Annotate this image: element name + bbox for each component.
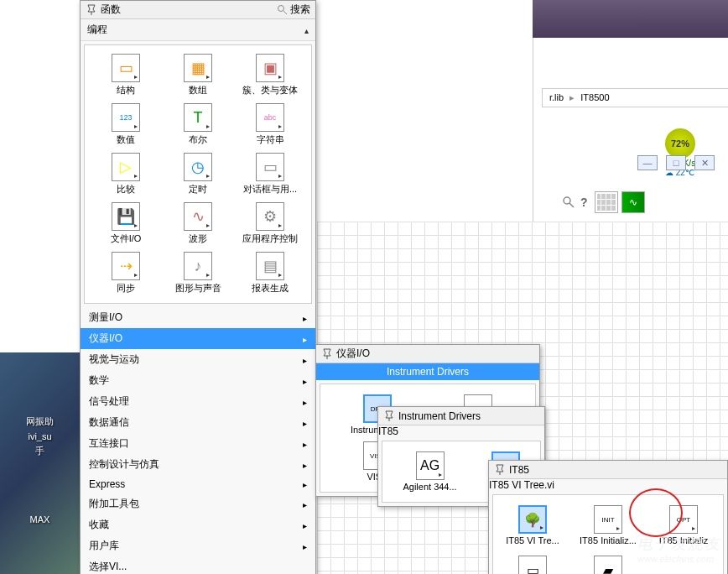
- search-icon[interactable]: [277, 4, 289, 16]
- submenu-arrow-icon: [303, 498, 307, 510]
- palette-icon-glyph: ▷: [112, 153, 140, 181]
- pin-icon[interactable]: [494, 464, 506, 476]
- palette-icon-label: 波形: [189, 232, 207, 245]
- palette-icon-簇、类与变体[interactable]: ▣簇、类与变体: [234, 50, 306, 100]
- palette-icon-glyph: 💾: [112, 202, 140, 231]
- palette-icon-label: 数组: [189, 84, 207, 97]
- search-icon[interactable]: [562, 196, 575, 209]
- vi-icon: OPT: [669, 505, 698, 534]
- submenu-icon-Utility Functi...[interactable]: ▰Utility Functi...: [572, 552, 644, 574]
- desktop-shortcut[interactable]: ivi_su: [4, 431, 75, 441]
- vi-label: Agilent 344...: [403, 482, 456, 492]
- palette-icon-glyph: T: [184, 103, 212, 132]
- palette-icon-label: 比较: [117, 183, 135, 196]
- palette-icon-数组[interactable]: ▦数组: [162, 50, 234, 100]
- menu-item-数学[interactable]: 数学: [81, 370, 315, 391]
- menu-item-收藏[interactable]: 收藏: [81, 514, 315, 535]
- maximize-button[interactable]: □: [666, 155, 686, 170]
- palette-icon-字符串[interactable]: abc字符串: [234, 100, 306, 149]
- palette-grid-button[interactable]: [595, 191, 618, 213]
- palette-waveform-button[interactable]: ∿: [621, 191, 645, 213]
- palette-icon-label: 图形与声音: [175, 282, 221, 295]
- palette-icon-label: 数值: [117, 133, 135, 146]
- submenu-arrow-icon: [303, 375, 307, 387]
- palette-icon-label: 簇、类与变体: [242, 84, 298, 97]
- close-button[interactable]: ✕: [694, 155, 715, 170]
- palette-icon-比较[interactable]: ▷比较: [90, 149, 162, 199]
- palette-icon-图形与声音[interactable]: ♪图形与声音: [162, 248, 234, 298]
- submenu-icon-Agilent 344...[interactable]: AGAgilent 344...: [401, 448, 458, 495]
- submenu-arrow-icon: [303, 312, 307, 324]
- category-programming[interactable]: 编程: [81, 19, 315, 41]
- palette-icon-glyph: ▦: [184, 54, 212, 82]
- submenu-icon-IT85 VI Tre...[interactable]: 🌳IT85 VI Tre...: [497, 502, 569, 549]
- palette-icon-glyph: ▣: [256, 54, 284, 82]
- pin-icon[interactable]: [86, 4, 97, 16]
- submenu-title: IT85: [509, 464, 529, 476]
- submenu-header: 仪器I/O: [316, 345, 539, 363]
- address-bar[interactable]: r.lib ▸ IT8500: [542, 88, 728, 107]
- menu-item-视觉与运动[interactable]: 视觉与运动: [81, 349, 315, 370]
- pin-icon[interactable]: [321, 348, 333, 360]
- svg-line-3: [283, 11, 287, 14]
- submenu-icon-Application ...[interactable]: ▭Application ...: [497, 552, 569, 574]
- palette-icon-glyph: ▤: [256, 252, 284, 280]
- submenu-icon-IT85 Initializ...[interactable]: INITIT85 Initializ...: [572, 502, 644, 549]
- palette-header: 函数 搜索: [81, 1, 315, 19]
- help-icon[interactable]: ?: [580, 196, 588, 209]
- svg-point-2: [278, 5, 284, 11]
- submenu-header: Instrument Drivers: [378, 407, 544, 425]
- menu-item-控制设计与仿真[interactable]: 控制设计与仿真: [81, 454, 315, 475]
- menu-item-用户库[interactable]: 用户库: [81, 535, 315, 556]
- palette-icon-glyph: ⇢: [112, 252, 140, 280]
- palette-icon-数值[interactable]: 123数值: [90, 100, 162, 149]
- collapse-icon: [304, 24, 309, 36]
- menu-item-附加工具包[interactable]: 附加工具包: [81, 493, 315, 514]
- svg-point-0: [564, 197, 570, 204]
- palette-icon-label: 应用程序控制: [242, 232, 298, 245]
- submenu-arrow-icon: [303, 396, 307, 408]
- submenu-title: 仪器I/O: [336, 347, 370, 361]
- palette-icon-布尔[interactable]: T布尔: [162, 100, 234, 149]
- palette-icon-应用程序控制[interactable]: ⚙应用程序控制: [234, 199, 306, 248]
- palette-icon-label: 布尔: [189, 133, 207, 146]
- palette-icon-文件I/O[interactable]: 💾文件I/O: [90, 199, 162, 248]
- submenu-arrow-icon: [303, 417, 307, 429]
- desktop-shortcut[interactable]: 网振助: [4, 415, 75, 428]
- search-label[interactable]: 搜索: [290, 3, 310, 17]
- palette-icon-定时[interactable]: ◷定时: [162, 149, 234, 199]
- vi-label: IT85 Initializ...: [580, 535, 637, 545]
- pin-icon[interactable]: [383, 410, 395, 422]
- submenu-arrow-icon: [303, 354, 307, 366]
- desktop-shortcut[interactable]: MAX: [4, 514, 75, 524]
- menu-item-信号处理[interactable]: 信号处理: [81, 391, 315, 412]
- menu-item-测量I/O[interactable]: 测量I/O: [81, 307, 315, 328]
- palette-icon-报表生成[interactable]: ▤报表生成: [234, 248, 306, 298]
- palette-icon-同步[interactable]: ⇢同步: [90, 248, 162, 298]
- svg-line-1: [569, 203, 574, 207]
- palette-icon-glyph: ▭: [256, 153, 284, 181]
- menu-item-数据通信[interactable]: 数据通信: [81, 412, 315, 433]
- palette-icon-结构[interactable]: ▭结构: [90, 50, 162, 100]
- palette-icon-对话框与用...[interactable]: ▭对话框与用...: [234, 149, 306, 199]
- palette-icon-glyph: ∿: [184, 202, 212, 231]
- minimize-button[interactable]: —: [637, 155, 658, 170]
- vi-icon: ▭: [518, 556, 547, 574]
- menu-item-互连接口[interactable]: 互连接口: [81, 433, 315, 454]
- menu-item-Express[interactable]: Express: [81, 475, 315, 493]
- menu-item-仪器I/O[interactable]: 仪器I/O: [81, 328, 315, 349]
- palette-icon-glyph: ◷: [184, 153, 212, 181]
- palette-icon-label: 字符串: [257, 133, 284, 146]
- submenu-icon-IT85 Initializ[interactable]: OPTIT85 Initializ: [647, 502, 720, 549]
- palette-icon-glyph: 123: [112, 103, 140, 132]
- palette-icon-glyph: ⚙: [256, 202, 284, 231]
- vi-label: IT85 Initializ: [659, 535, 709, 545]
- submenu-it85: IT85 IT85 VI Tree.vi 🌳IT85 VI Tre...INIT…: [488, 460, 728, 574]
- submenu-selected-label: Instrument Drivers: [316, 363, 539, 380]
- vi-icon: INIT: [594, 505, 622, 534]
- vi-label: IT85 VI Tre...: [506, 535, 559, 545]
- desktop-shortcut[interactable]: 手: [4, 445, 75, 457]
- menu-item-选择VI...[interactable]: 选择VI...: [81, 556, 315, 574]
- palette-icon-波形[interactable]: ∿波形: [162, 199, 234, 248]
- vi-icon: AG: [416, 451, 445, 480]
